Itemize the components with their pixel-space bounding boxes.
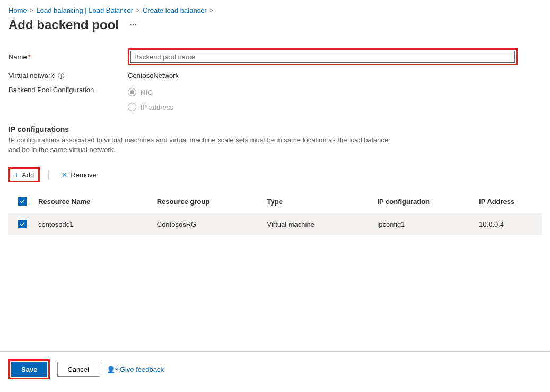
required-marker: * (28, 53, 31, 61)
checkmark-icon (19, 221, 25, 227)
radio-nic-label: NIC (141, 88, 152, 96)
ip-config-description: IP configurations associated to virtual … (8, 136, 396, 155)
col-resource-group[interactable]: Resource group (157, 198, 267, 206)
radio-nic[interactable]: NIC (128, 88, 173, 96)
cell-resource-name: contosodc1 (38, 220, 157, 228)
select-all-checkbox[interactable] (18, 197, 27, 206)
breadcrumb: Home > Load balancing | Load Balancer > … (8, 6, 542, 14)
toolbar-separator (48, 170, 49, 180)
table-row[interactable]: contosodc1 ContososRG Virtual machine ip… (8, 213, 542, 235)
breadcrumb-create-lb[interactable]: Create load balancer (143, 6, 207, 14)
col-ip-address[interactable]: IP Address (479, 198, 538, 206)
radio-unselected-icon (128, 103, 136, 111)
name-field-highlight (128, 48, 518, 65)
chevron-right-icon: > (210, 7, 213, 13)
remove-button[interactable]: ✕ Remove (57, 170, 100, 181)
checkmark-icon (19, 198, 25, 204)
add-button-label: Add (22, 171, 34, 179)
virtual-network-label: Virtual network i (8, 72, 128, 79)
cell-ip-config: ipconfig1 (377, 220, 479, 228)
backend-pool-config-label: Backend Pool Configuration (8, 86, 128, 94)
info-icon[interactable]: i (58, 73, 64, 79)
virtual-network-value: ContosoNetwork (128, 72, 179, 79)
add-button[interactable]: + Add (8, 167, 40, 182)
breadcrumb-home[interactable]: Home (8, 6, 27, 14)
ip-config-table: Resource Name Resource group Type IP con… (8, 193, 542, 235)
backend-pool-name-input[interactable] (130, 51, 515, 63)
col-type[interactable]: Type (267, 198, 378, 206)
ip-config-toolbar: + Add ✕ Remove (8, 167, 542, 182)
cell-type: Virtual machine (267, 220, 378, 228)
cell-ip-address: 10.0.0.4 (479, 220, 538, 228)
radio-ip-address[interactable]: IP address (128, 103, 173, 111)
more-icon[interactable]: ⋯ (129, 21, 138, 29)
chevron-right-icon: > (136, 7, 139, 13)
col-resource-name[interactable]: Resource Name (38, 198, 157, 206)
breadcrumb-load-balancing[interactable]: Load balancing | Load Balancer (37, 6, 134, 14)
col-ip-config[interactable]: IP configuration (377, 198, 479, 206)
remove-button-label: Remove (71, 171, 96, 179)
cell-resource-group: ContososRG (157, 220, 267, 228)
page-title-row: Add backend pool ⋯ (8, 17, 542, 32)
page-title: Add backend pool (8, 17, 119, 32)
name-label: Name* (8, 53, 128, 61)
table-header-row: Resource Name Resource group Type IP con… (8, 193, 542, 210)
plus-icon: + (14, 171, 19, 179)
close-icon: ✕ (62, 171, 67, 179)
radio-ip-label: IP address (141, 103, 173, 111)
ip-config-heading: IP configurations (8, 125, 542, 133)
radio-selected-icon (128, 88, 136, 96)
row-checkbox[interactable] (18, 220, 27, 228)
chevron-right-icon: > (30, 7, 33, 13)
